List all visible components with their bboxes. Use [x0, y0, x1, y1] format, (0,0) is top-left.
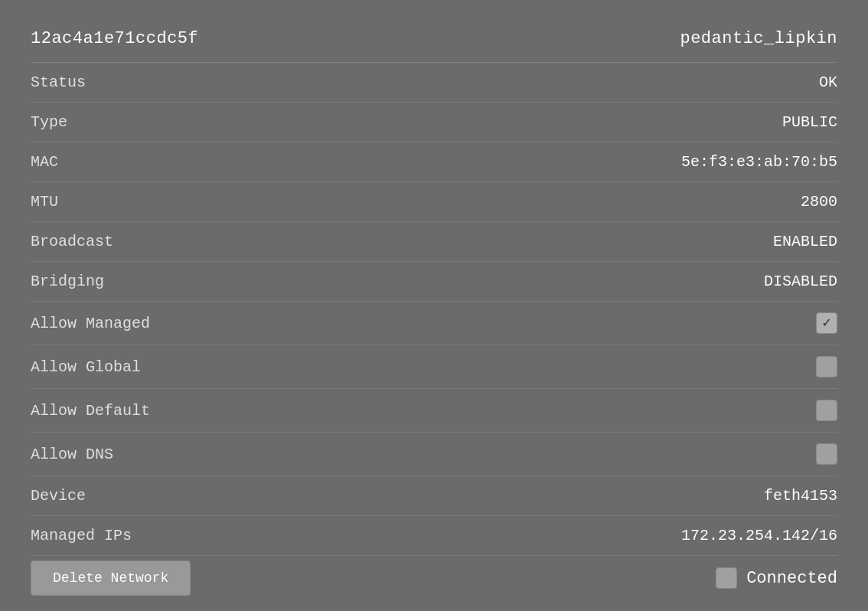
- field-row: MTU2800: [31, 182, 837, 222]
- field-checkbox-allow-default[interactable]: [816, 400, 837, 421]
- field-label: Managed IPs: [31, 527, 199, 544]
- field-row: BridgingDISABLED: [31, 262, 837, 302]
- field-label: Bridging: [31, 273, 199, 290]
- field-value: ENABLED: [773, 233, 837, 250]
- field-checkbox-allow-dns[interactable]: [816, 443, 837, 465]
- field-value: PUBLIC: [782, 113, 837, 131]
- delete-network-button[interactable]: Delete Network: [31, 560, 191, 596]
- field-value: OK: [819, 74, 837, 91]
- fields-container: StatusOKTypePUBLICMAC5e:f3:e3:ab:70:b5MT…: [31, 63, 837, 556]
- field-label: Status: [31, 74, 199, 91]
- field-label: Allow DNS: [31, 446, 199, 463]
- field-row: StatusOK: [31, 63, 837, 103]
- field-label: Broadcast: [31, 233, 199, 250]
- field-row: Allow Default: [31, 389, 837, 433]
- checkmark-icon: ✓: [823, 316, 831, 330]
- field-row: MAC5e:f3:e3:ab:70:b5: [31, 142, 837, 182]
- field-label: Allow Default: [31, 402, 199, 420]
- connected-section: Connected: [716, 567, 837, 589]
- header-row: 12ac4a1e71ccdc5f pedantic_lipkin: [31, 15, 837, 63]
- field-value: feth4153: [764, 487, 837, 505]
- field-label: MTU: [31, 193, 199, 211]
- connected-label: Connected: [746, 569, 837, 588]
- field-row: Allow Global: [31, 345, 837, 389]
- network-name: pedantic_lipkin: [680, 29, 837, 48]
- field-value: 5e:f3:e3:ab:70:b5: [681, 153, 837, 171]
- field-label: Allow Managed: [31, 315, 199, 332]
- main-container: 12ac4a1e71ccdc5f pedantic_lipkin StatusO…: [0, 0, 868, 611]
- field-checkbox-allow-managed[interactable]: ✓: [816, 312, 837, 334]
- field-row: Allow Managed✓: [31, 302, 837, 345]
- connected-checkbox[interactable]: [716, 567, 737, 589]
- field-label: MAC: [31, 153, 199, 171]
- field-label: Allow Global: [31, 358, 199, 376]
- field-row: TypePUBLIC: [31, 103, 837, 142]
- field-value: 172.23.254.142/16: [681, 527, 837, 544]
- field-checkbox-allow-global[interactable]: [816, 356, 837, 377]
- field-value: DISABLED: [764, 273, 837, 290]
- field-row: Devicefeth4153: [31, 476, 837, 516]
- network-id: 12ac4a1e71ccdc5f: [31, 29, 198, 48]
- field-label: Device: [31, 487, 199, 505]
- field-row: Allow DNS: [31, 433, 837, 476]
- field-value: 2800: [801, 193, 837, 211]
- field-label: Type: [31, 113, 199, 131]
- field-row: BroadcastENABLED: [31, 222, 837, 262]
- footer: Delete Network Connected: [0, 545, 868, 611]
